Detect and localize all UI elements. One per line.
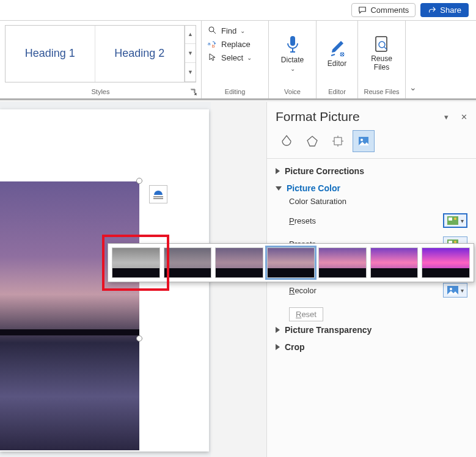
pane-title: Format Picture — [276, 109, 360, 124]
chevron-down-icon: ⌄ — [240, 27, 245, 34]
svg-rect-3 — [290, 36, 295, 46]
fill-line-tab[interactable] — [276, 130, 298, 152]
svg-rect-8 — [334, 137, 342, 145]
editor-group: Editor Editor — [317, 21, 358, 98]
svg-point-0 — [209, 27, 214, 32]
expand-icon — [276, 344, 280, 350]
voice-group-label: Voice — [269, 86, 316, 98]
select-button[interactable]: Select ⌄ — [208, 53, 252, 62]
editor-group-label: Editor — [317, 86, 357, 98]
editor-icon — [329, 40, 346, 58]
reuse-files-group-label: Reuse Files — [358, 86, 405, 98]
ribbon: Heading 1 Heading 2 ▲ ▼ ▼ Styles Find ⌄ — [0, 21, 476, 100]
svg-text:a: a — [208, 41, 211, 46]
selection-handle[interactable] — [136, 335, 142, 342]
recolor-button[interactable]: ▾ — [443, 283, 467, 298]
styles-scroll-down[interactable]: ▼ — [185, 44, 196, 63]
pane-close-button[interactable]: ✕ — [461, 112, 467, 122]
collapse-icon — [276, 186, 282, 191]
select-icon — [208, 53, 218, 62]
preset-thumb-icon — [447, 216, 458, 225]
effects-tab[interactable] — [301, 130, 323, 152]
microphone-icon — [285, 35, 301, 54]
expand-icon — [276, 327, 280, 333]
saturation-preset-300[interactable] — [370, 247, 419, 278]
pane-options-button[interactable]: ▾ — [444, 112, 449, 122]
style-heading-1[interactable]: Heading 1 — [5, 26, 95, 82]
voice-group: Dictate ⌄ Voice — [269, 21, 317, 98]
replace-icon: ab — [208, 39, 218, 49]
styles-scroll[interactable]: ▲ ▼ ▼ — [185, 26, 196, 82]
svg-point-10 — [361, 139, 363, 141]
chevron-down-icon: ▾ — [461, 287, 464, 294]
dictate-button[interactable]: Dictate ⌄ — [271, 25, 314, 82]
saturation-preset-400[interactable] — [422, 247, 470, 278]
share-button[interactable]: Share — [420, 3, 469, 17]
comments-button[interactable]: Comments — [351, 3, 416, 17]
comment-icon — [358, 6, 367, 15]
saturation-preset-66[interactable] — [215, 247, 263, 278]
picture-tab[interactable] — [353, 130, 375, 152]
picture-corrections-section[interactable]: Picture Corrections — [276, 163, 467, 180]
layout-options-button[interactable] — [149, 185, 167, 203]
chevron-down-icon: ⌄ — [409, 82, 417, 92]
layout-options-icon — [152, 188, 164, 200]
title-bar: Comments Share — [0, 0, 476, 21]
layout-tab[interactable] — [327, 130, 349, 152]
picture-transparency-section[interactable]: Picture Transparency — [276, 321, 467, 338]
reuse-files-group: Reuse Files Reuse Files — [358, 21, 406, 98]
styles-dialog-launcher[interactable] — [190, 89, 197, 96]
picture-icon — [447, 286, 458, 294]
styles-gallery[interactable]: Heading 1 Heading 2 ▲ ▼ ▼ — [5, 25, 196, 82]
ribbon-collapse-button[interactable]: ⌄ — [406, 21, 425, 98]
saturation-preset-33[interactable] — [164, 247, 212, 278]
reuse-files-icon — [373, 35, 390, 54]
svg-rect-12 — [449, 218, 452, 221]
replace-button[interactable]: ab Replace — [208, 39, 251, 49]
selected-picture[interactable] — [0, 181, 139, 450]
picture-color-section[interactable]: Picture Color — [276, 180, 467, 197]
saturation-preset-0[interactable] — [112, 247, 160, 278]
saturation-presets-button[interactable]: ▾ — [443, 213, 467, 228]
find-icon — [208, 26, 218, 35]
saturation-preset-100[interactable] — [267, 247, 315, 278]
recolor-label: Recolor — [289, 286, 317, 295]
chevron-down-icon: ⌄ — [290, 65, 295, 72]
expand-icon — [276, 168, 280, 174]
reuse-files-button[interactable]: Reuse Files — [361, 25, 403, 82]
styles-group-label: Styles — [0, 86, 201, 98]
selection-handle[interactable] — [136, 178, 142, 184]
comments-label: Comments — [370, 5, 409, 15]
chevron-down-icon: ▾ — [461, 218, 464, 224]
svg-point-13 — [454, 218, 456, 220]
color-saturation-label: Color Saturation — [289, 197, 467, 206]
editing-group-label: Editing — [202, 86, 268, 98]
share-icon — [428, 6, 436, 15]
styles-group: Heading 1 Heading 2 ▲ ▼ ▼ Styles — [0, 21, 202, 98]
pane-tabs — [267, 128, 476, 159]
svg-point-18 — [450, 288, 452, 290]
reset-button[interactable]: Reset — [289, 307, 323, 321]
svg-point-6 — [379, 42, 385, 48]
chevron-down-icon: ⌄ — [247, 54, 252, 61]
editing-group: Find ⌄ ab Replace Select ⌄ Editing — [202, 21, 269, 98]
editor-button[interactable]: Editor — [319, 25, 356, 82]
saturation-presets-label: Presets — [289, 216, 316, 225]
svg-marker-7 — [307, 136, 317, 146]
saturation-presets-popup — [108, 243, 474, 282]
find-button[interactable]: Find ⌄ — [208, 26, 245, 35]
saturation-preset-200[interactable] — [318, 247, 367, 278]
styles-scroll-up[interactable]: ▲ — [185, 26, 196, 45]
crop-section[interactable]: Crop — [276, 338, 467, 356]
share-label: Share — [440, 5, 461, 15]
style-heading-2[interactable]: Heading 2 — [95, 26, 185, 82]
styles-scroll-more[interactable]: ▼ — [185, 63, 196, 82]
